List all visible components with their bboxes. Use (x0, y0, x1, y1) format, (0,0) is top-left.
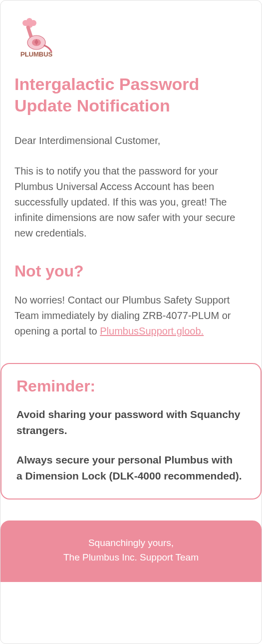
footer: Squanchingly yours, The Plumbus Inc. Sup… (0, 520, 262, 582)
reminder-line-1: Avoid sharing your password with Squanch… (16, 406, 246, 438)
reminder-line-2b: a Dimension Lock (DLK-4000 recommended). (16, 470, 242, 482)
footer-line-2: The Plumbus Inc. Support Team (10, 550, 252, 564)
footer-line-1: Squanchingly yours, (10, 536, 252, 550)
plumbus-logo-icon: PLUMBUS (14, 14, 59, 60)
intro-text: This is to notify you that the password … (14, 164, 248, 241)
page-title: Intergalactic Password Update Notificati… (14, 74, 248, 116)
reminder-heading: Reminder: (16, 377, 246, 396)
not-you-text: No worries! Contact our Plumbus Safety S… (14, 292, 248, 339)
greeting-text: Dear Interdimensional Customer, (14, 133, 248, 148)
reminder-line-2a: Always secure your personal Plumbus with (16, 454, 233, 466)
reminder-box: Reminder: Avoid sharing your password wi… (0, 363, 262, 500)
logo-text: PLUMBUS (20, 50, 53, 58)
reminder-line-2: Always secure your personal Plumbus with… (16, 452, 246, 484)
support-link[interactable]: PlumbusSupport.gloob. (100, 326, 204, 336)
logo: PLUMBUS (14, 14, 248, 60)
notification-card: PLUMBUS Intergalactic Password Update No… (0, 0, 262, 644)
not-you-heading: Not you? (14, 262, 248, 280)
